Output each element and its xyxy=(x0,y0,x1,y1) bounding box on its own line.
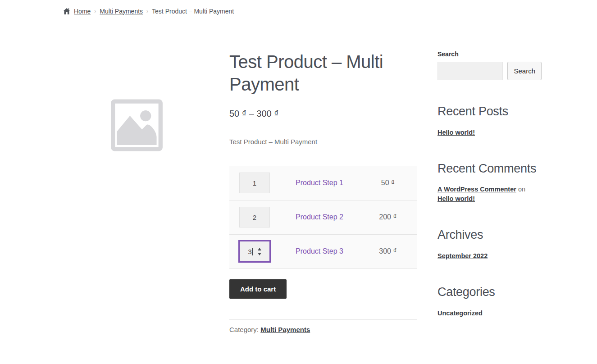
product-price-range: 50 ₫ – 300 ₫ xyxy=(229,109,417,119)
search-button[interactable]: Search xyxy=(507,62,542,80)
list-item: September 2022 xyxy=(437,251,542,261)
quantity-input-step-3-focused[interactable]: 3 xyxy=(238,240,271,263)
breadcrumb-separator: › xyxy=(94,9,96,14)
step-2-price: 200 ₫ xyxy=(379,213,396,221)
recent-comments-title: Recent Comments xyxy=(437,162,542,176)
breadcrumb: Home › Multi Payments › Test Product – M… xyxy=(63,0,542,15)
image-placeholder-icon xyxy=(110,99,163,151)
payment-step-row: 3 Product Step 3 300 ₫ xyxy=(229,235,417,269)
product-placeholder-image xyxy=(110,99,163,153)
search-widget-label: Search xyxy=(437,50,542,58)
breadcrumb-home-link[interactable]: Home xyxy=(74,8,91,15)
categories-widget: Categories Uncategorized xyxy=(437,285,542,318)
content-row: Test Product – Multi Payment 50 ₫ – 300 … xyxy=(63,50,542,333)
category-link[interactable]: Uncategorized xyxy=(437,309,483,317)
categories-list: Uncategorized xyxy=(437,308,542,318)
product-category-link[interactable]: Multi Payments xyxy=(260,326,310,333)
product-step-1-link[interactable]: Product Step 1 xyxy=(296,179,343,187)
product-summary: Test Product – Multi Payment 50 ₫ – 300 … xyxy=(229,50,417,333)
recent-post-link[interactable]: Hello world! xyxy=(437,129,475,136)
search-input[interactable] xyxy=(437,62,503,80)
comment-author-link[interactable]: A WordPress Commenter xyxy=(437,186,516,193)
archives-title: Archives xyxy=(437,228,542,242)
page-container: Home › Multi Payments › Test Product – M… xyxy=(63,0,542,333)
comment-post-link[interactable]: Hello world! xyxy=(437,195,475,202)
number-spinner[interactable] xyxy=(258,248,261,255)
categories-title: Categories xyxy=(437,285,542,299)
product-title: Test Product – Multi Payment xyxy=(229,50,417,96)
comment-connector: on xyxy=(516,186,525,193)
breadcrumb-current: Test Product – Multi Payment xyxy=(152,8,234,15)
archive-link[interactable]: September 2022 xyxy=(437,252,488,259)
breadcrumb-category-link[interactable]: Multi Payments xyxy=(100,8,143,15)
spinner-down-icon[interactable] xyxy=(258,253,261,255)
archives-list: September 2022 xyxy=(437,251,542,261)
breadcrumb-separator: › xyxy=(146,9,148,14)
product-main: Test Product – Multi Payment 50 ₫ – 300 … xyxy=(63,50,417,333)
recent-posts-widget: Recent Posts Hello world! xyxy=(437,105,542,137)
recent-comments-widget: Recent Comments A WordPress Commenter on… xyxy=(437,162,542,204)
step-3-price: 300 ₫ xyxy=(379,247,396,255)
add-to-cart-button[interactable]: Add to cart xyxy=(229,279,287,299)
category-prefix: Category: xyxy=(229,326,259,333)
quantity-input-step-1[interactable] xyxy=(239,173,270,193)
product-step-2-link[interactable]: Product Step 2 xyxy=(296,213,343,221)
summary-divider xyxy=(229,319,417,320)
spinner-up-icon[interactable] xyxy=(258,248,261,250)
search-widget: Search Search xyxy=(437,50,542,80)
quantity-value: 3 xyxy=(248,248,251,255)
recent-posts-list: Hello world! xyxy=(437,127,542,137)
payment-step-row: Product Step 1 50 ₫ xyxy=(229,166,417,200)
list-item: Hello world! xyxy=(437,127,542,137)
archives-widget: Archives September 2022 xyxy=(437,228,542,261)
recent-comment-entry: A WordPress Commenter on Hello world! xyxy=(437,185,542,204)
payment-step-row: Product Step 2 200 ₫ xyxy=(229,200,417,235)
payment-steps-table: Product Step 1 50 ₫ Product Step 2 200 ₫… xyxy=(229,166,417,269)
list-item: Uncategorized xyxy=(437,308,542,318)
text-caret xyxy=(252,248,253,255)
home-icon xyxy=(63,8,70,15)
product-description: Test Product – Multi Payment xyxy=(229,138,417,146)
product-image-column xyxy=(63,50,210,333)
search-row: Search xyxy=(437,62,542,80)
step-1-price: 50 ₫ xyxy=(381,179,395,187)
product-meta: Category: Multi Payments xyxy=(229,326,417,333)
recent-posts-title: Recent Posts xyxy=(437,105,542,118)
sidebar: Search Search Recent Posts Hello world! … xyxy=(437,50,542,333)
product-step-3-link[interactable]: Product Step 3 xyxy=(296,247,343,255)
quantity-input-step-2[interactable] xyxy=(239,207,270,228)
